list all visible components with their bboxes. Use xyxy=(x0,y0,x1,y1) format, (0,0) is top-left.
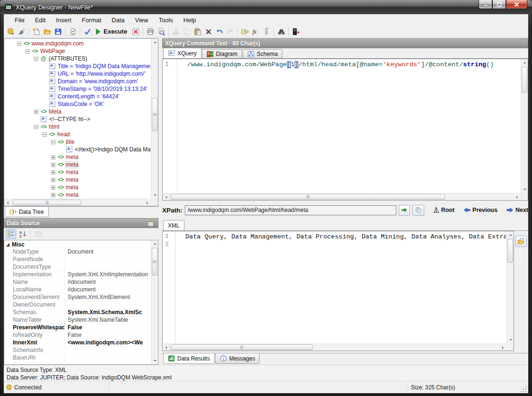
tree-expander[interactable] xyxy=(34,110,38,114)
xpath-input[interactable] xyxy=(185,205,396,215)
scroll-up-arrow[interactable] xyxy=(151,240,158,247)
tree-node[interactable]: <>meta xyxy=(5,176,150,184)
property-value[interactable]: System.Xml.Schema.XmlSc xyxy=(65,309,150,316)
tree-node[interactable]: StatusCode = 'OK' xyxy=(5,100,150,108)
tree-node[interactable]: <#text()>Indigo DQM Data Man xyxy=(5,146,150,153)
data-tree-view[interactable]: <>www.indigodqm.com<>WebPage@(ATTRIBUTES… xyxy=(4,38,158,206)
scrollbar-thumb[interactable] xyxy=(507,239,513,263)
tree-expander[interactable] xyxy=(51,193,55,197)
property-row[interactable]: LocalName#document xyxy=(4,286,150,294)
property-value[interactable]: #document xyxy=(65,279,150,286)
property-row[interactable]: ImplementationSystem.Xml.XmlImplementati… xyxy=(4,271,150,279)
property-row[interactable]: OwnerDocument xyxy=(4,301,150,309)
property-category[interactable]: ◢Misc xyxy=(4,240,150,248)
property-value[interactable]: System.Xml.XmlImplementation xyxy=(65,271,150,278)
tree-expander[interactable] xyxy=(51,185,55,190)
xml-tree-button[interactable] xyxy=(240,26,250,37)
find-button[interactable] xyxy=(276,26,287,37)
scrollbar-thumb[interactable] xyxy=(171,344,313,350)
tree-expander[interactable] xyxy=(17,42,21,46)
tree-node[interactable]: <>meta xyxy=(5,184,150,191)
property-row[interactable]: DocumentElementSystem.Xml.XmlElement xyxy=(4,294,150,301)
property-row[interactable]: InnerXml<www.indigodqm.com><We xyxy=(4,339,150,347)
validate-button[interactable] xyxy=(82,26,93,37)
tree-node[interactable]: ContentLength = '64424' xyxy=(5,93,150,100)
refresh-button[interactable] xyxy=(68,26,78,37)
maximize-button[interactable] xyxy=(492,0,506,9)
scroll-left-arrow[interactable] xyxy=(4,199,11,206)
tree-node[interactable]: Title = 'Indigo DQM Data Management xyxy=(5,62,150,70)
scroll-right-arrow[interactable] xyxy=(144,199,151,206)
tree-node[interactable]: <>meta xyxy=(5,191,150,198)
tab-schema[interactable]: Schema xyxy=(243,49,282,58)
property-value[interactable] xyxy=(65,301,150,308)
tree-vertical-scrollbar[interactable] xyxy=(151,39,158,199)
xpath-root-button[interactable]: Root xyxy=(433,207,454,213)
tree-expander[interactable] xyxy=(51,163,55,167)
tab-data-results[interactable]: xData Results xyxy=(163,353,215,364)
property-row[interactable]: DocumentType xyxy=(4,264,150,271)
xpath-copy-button[interactable] xyxy=(412,205,424,216)
property-row[interactable]: PreserveWhitespaceFalse xyxy=(4,324,150,332)
scroll-left-arrow[interactable] xyxy=(163,194,170,201)
scrollbar-thumb[interactable] xyxy=(171,194,445,200)
menu-item-file[interactable]: File xyxy=(9,15,30,25)
new-file-button[interactable] xyxy=(31,26,42,37)
scroll-down-arrow[interactable] xyxy=(507,336,514,343)
xpath-next-button[interactable]: Next xyxy=(506,207,528,213)
scrollbar-thumb[interactable] xyxy=(152,248,157,275)
property-pages-button[interactable] xyxy=(33,229,44,239)
property-value[interactable] xyxy=(65,264,150,271)
property-value[interactable] xyxy=(65,256,150,263)
tree-expander[interactable] xyxy=(51,178,55,182)
tree-expander[interactable] xyxy=(43,132,47,137)
tree-node[interactable]: <>www.indigodqm.com xyxy=(5,40,150,47)
results-editor[interactable]: 12 Data Query, Data Management, Data Pro… xyxy=(162,231,514,351)
delete-button[interactable] xyxy=(203,26,214,37)
property-row[interactable]: Name#document xyxy=(4,279,150,286)
scrollbar-thumb[interactable] xyxy=(522,67,527,93)
xquery-code-editor[interactable]: 1 /www.indigodqm.com/WebPage[1]/html/hea… xyxy=(162,59,528,201)
scroll-down-arrow[interactable] xyxy=(151,192,158,199)
property-row[interactable]: NodeTypeDocument xyxy=(4,248,150,256)
tab-xquery[interactable]: AXQuery xyxy=(163,48,201,58)
property-value[interactable]: False xyxy=(65,332,150,339)
tree-expander[interactable] xyxy=(51,155,55,159)
property-row[interactable]: SchemaInfo xyxy=(4,347,150,354)
tree-node[interactable]: <>meta xyxy=(5,161,150,168)
property-row[interactable]: IsReadOnlyFalse xyxy=(4,332,150,339)
menu-item-edit[interactable]: Edit xyxy=(30,15,51,25)
menu-item-format[interactable]: Format xyxy=(77,15,106,25)
scroll-right-arrow[interactable] xyxy=(514,194,521,201)
function-button[interactable]: fx xyxy=(251,26,261,37)
redo-button[interactable] xyxy=(225,26,235,37)
tree-expander[interactable] xyxy=(51,140,55,144)
tab-messages[interactable]: iMessages xyxy=(215,353,260,364)
scroll-up-arrow[interactable] xyxy=(507,231,514,238)
minimize-button[interactable] xyxy=(479,0,492,9)
scroll-down-arrow[interactable] xyxy=(521,186,528,193)
property-value[interactable]: False xyxy=(65,324,150,331)
copy-button[interactable] xyxy=(182,26,192,37)
menu-item-insert[interactable]: Insert xyxy=(51,15,77,25)
tree-node[interactable]: <>html xyxy=(5,123,150,131)
print-button[interactable] xyxy=(145,26,156,37)
tree-node[interactable]: <!--CTYPE ht--> xyxy=(5,115,150,123)
property-value[interactable] xyxy=(65,347,150,354)
scroll-up-arrow[interactable] xyxy=(521,59,528,66)
property-row[interactable]: NameTableSystem.Xml.NameTable xyxy=(4,317,150,324)
execute-button[interactable]: Execute xyxy=(93,26,130,37)
results-vertical-scrollbar[interactable] xyxy=(506,231,514,343)
paste-button[interactable] xyxy=(192,26,203,37)
tree-node[interactable]: <>head xyxy=(5,131,150,138)
scroll-up-arrow[interactable] xyxy=(151,39,158,46)
scrollbar-thumb[interactable] xyxy=(152,98,157,131)
xpath-go-button[interactable] xyxy=(399,205,410,216)
scroll-right-arrow[interactable] xyxy=(499,344,506,351)
tree-node[interactable]: TimeStamp = '08/10/2019 13:13:24' xyxy=(5,85,150,93)
results-horizontal-scrollbar[interactable] xyxy=(163,343,506,351)
menu-item-view[interactable]: View xyxy=(130,15,154,25)
resize-grip[interactable] xyxy=(521,387,527,393)
tab-data-tree[interactable]: Data Tree xyxy=(5,207,49,217)
menu-item-data[interactable]: Data xyxy=(106,15,130,25)
